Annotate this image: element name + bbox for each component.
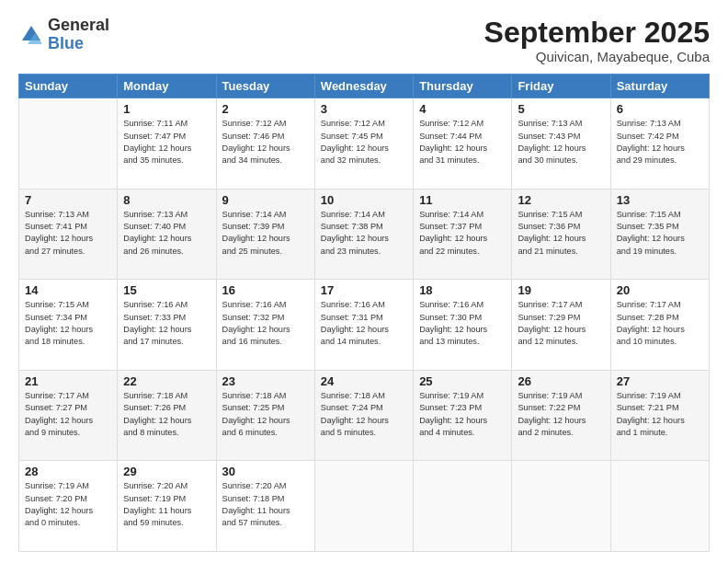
day-info: Sunrise: 7:18 AM Sunset: 7:26 PM Dayligh… xyxy=(123,390,210,439)
calendar-cell: 7Sunrise: 7:13 AM Sunset: 7:41 PM Daylig… xyxy=(19,189,118,280)
day-info: Sunrise: 7:12 AM Sunset: 7:45 PM Dayligh… xyxy=(321,118,407,167)
day-number: 18 xyxy=(419,283,506,297)
header: General Blue September 2025 Quivican, Ma… xyxy=(18,17,710,64)
day-number: 6 xyxy=(617,102,703,116)
day-number: 23 xyxy=(222,374,309,388)
day-number: 16 xyxy=(222,283,309,297)
calendar-cell: 13Sunrise: 7:15 AM Sunset: 7:35 PM Dayli… xyxy=(610,189,709,280)
calendar-cell: 10Sunrise: 7:14 AM Sunset: 7:38 PM Dayli… xyxy=(314,189,413,280)
day-info: Sunrise: 7:20 AM Sunset: 7:18 PM Dayligh… xyxy=(222,480,309,529)
weekday-header-saturday: Saturday xyxy=(610,75,709,98)
day-info: Sunrise: 7:13 AM Sunset: 7:42 PM Dayligh… xyxy=(617,118,703,167)
logo-general-text: General xyxy=(48,17,109,35)
calendar-cell: 29Sunrise: 7:20 AM Sunset: 7:19 PM Dayli… xyxy=(118,461,216,552)
calendar-cell: 14Sunrise: 7:15 AM Sunset: 7:34 PM Dayli… xyxy=(19,280,118,371)
day-info: Sunrise: 7:12 AM Sunset: 7:44 PM Dayligh… xyxy=(419,118,506,167)
day-info: Sunrise: 7:15 AM Sunset: 7:35 PM Dayligh… xyxy=(617,209,703,258)
calendar-cell: 22Sunrise: 7:18 AM Sunset: 7:26 PM Dayli… xyxy=(118,370,216,461)
day-info: Sunrise: 7:16 AM Sunset: 7:33 PM Dayligh… xyxy=(123,299,210,348)
day-info: Sunrise: 7:16 AM Sunset: 7:30 PM Dayligh… xyxy=(419,299,506,348)
day-number: 24 xyxy=(321,374,407,388)
calendar-cell xyxy=(610,461,709,552)
calendar-cell xyxy=(512,461,610,552)
day-number: 11 xyxy=(419,193,506,207)
calendar-cell: 1Sunrise: 7:11 AM Sunset: 7:47 PM Daylig… xyxy=(118,98,216,190)
day-info: Sunrise: 7:16 AM Sunset: 7:32 PM Dayligh… xyxy=(222,299,309,348)
day-info: Sunrise: 7:19 AM Sunset: 7:21 PM Dayligh… xyxy=(617,390,703,439)
calendar-cell: 15Sunrise: 7:16 AM Sunset: 7:33 PM Dayli… xyxy=(118,280,216,371)
day-number: 29 xyxy=(123,465,210,478)
calendar-cell: 8Sunrise: 7:13 AM Sunset: 7:40 PM Daylig… xyxy=(118,189,216,280)
weekday-header-tuesday: Tuesday xyxy=(216,75,314,98)
day-number: 13 xyxy=(617,193,703,207)
day-info: Sunrise: 7:15 AM Sunset: 7:36 PM Dayligh… xyxy=(518,209,604,258)
logo-blue-text: Blue xyxy=(48,35,109,53)
day-number: 21 xyxy=(25,374,111,388)
calendar-cell: 27Sunrise: 7:19 AM Sunset: 7:21 PM Dayli… xyxy=(610,370,709,461)
day-info: Sunrise: 7:13 AM Sunset: 7:41 PM Dayligh… xyxy=(25,209,111,258)
calendar-body: 1Sunrise: 7:11 AM Sunset: 7:47 PM Daylig… xyxy=(19,98,710,552)
calendar-cell: 28Sunrise: 7:19 AM Sunset: 7:20 PM Dayli… xyxy=(19,461,118,552)
day-number: 8 xyxy=(123,193,210,207)
day-number: 14 xyxy=(25,283,111,297)
day-info: Sunrise: 7:18 AM Sunset: 7:24 PM Dayligh… xyxy=(321,390,407,439)
day-info: Sunrise: 7:20 AM Sunset: 7:19 PM Dayligh… xyxy=(123,480,210,529)
day-number: 12 xyxy=(518,193,604,207)
calendar-cell: 25Sunrise: 7:19 AM Sunset: 7:23 PM Dayli… xyxy=(414,370,512,461)
day-number: 17 xyxy=(321,283,407,297)
calendar-cell: 16Sunrise: 7:16 AM Sunset: 7:32 PM Dayli… xyxy=(216,280,314,371)
day-number: 20 xyxy=(617,283,703,297)
calendar-cell: 20Sunrise: 7:17 AM Sunset: 7:28 PM Dayli… xyxy=(610,280,709,371)
weekday-header-row: SundayMondayTuesdayWednesdayThursdayFrid… xyxy=(19,75,710,98)
calendar-cell xyxy=(19,98,118,190)
title-block: September 2025 Quivican, Mayabeque, Cuba xyxy=(484,17,710,64)
day-info: Sunrise: 7:19 AM Sunset: 7:23 PM Dayligh… xyxy=(419,390,506,439)
day-info: Sunrise: 7:14 AM Sunset: 7:37 PM Dayligh… xyxy=(419,209,506,258)
day-info: Sunrise: 7:14 AM Sunset: 7:39 PM Dayligh… xyxy=(222,209,309,258)
weekday-header-thursday: Thursday xyxy=(414,75,512,98)
weekday-header-monday: Monday xyxy=(118,75,216,98)
calendar-week-row: 1Sunrise: 7:11 AM Sunset: 7:47 PM Daylig… xyxy=(19,98,710,190)
day-info: Sunrise: 7:18 AM Sunset: 7:25 PM Dayligh… xyxy=(222,390,309,439)
day-number: 25 xyxy=(419,374,506,388)
calendar-cell: 5Sunrise: 7:13 AM Sunset: 7:43 PM Daylig… xyxy=(512,98,610,190)
calendar-week-row: 21Sunrise: 7:17 AM Sunset: 7:27 PM Dayli… xyxy=(19,370,710,461)
weekday-header-sunday: Sunday xyxy=(19,75,118,98)
day-number: 26 xyxy=(518,374,604,388)
day-number: 27 xyxy=(617,374,703,388)
calendar-cell: 17Sunrise: 7:16 AM Sunset: 7:31 PM Dayli… xyxy=(314,280,413,371)
calendar-cell: 26Sunrise: 7:19 AM Sunset: 7:22 PM Dayli… xyxy=(512,370,610,461)
calendar-cell: 23Sunrise: 7:18 AM Sunset: 7:25 PM Dayli… xyxy=(216,370,314,461)
day-number: 5 xyxy=(518,102,604,116)
day-number: 2 xyxy=(222,102,309,116)
calendar-cell: 30Sunrise: 7:20 AM Sunset: 7:18 PM Dayli… xyxy=(216,461,314,552)
day-number: 30 xyxy=(222,465,309,478)
location-subtitle: Quivican, Mayabeque, Cuba xyxy=(484,49,710,64)
day-info: Sunrise: 7:14 AM Sunset: 7:38 PM Dayligh… xyxy=(321,209,407,258)
day-info: Sunrise: 7:17 AM Sunset: 7:28 PM Dayligh… xyxy=(617,299,703,348)
logo: General Blue xyxy=(18,17,109,53)
day-info: Sunrise: 7:13 AM Sunset: 7:40 PM Dayligh… xyxy=(123,209,210,258)
day-info: Sunrise: 7:12 AM Sunset: 7:46 PM Dayligh… xyxy=(222,118,309,167)
calendar-cell xyxy=(414,461,512,552)
day-info: Sunrise: 7:17 AM Sunset: 7:27 PM Dayligh… xyxy=(25,390,111,439)
day-number: 3 xyxy=(321,102,407,116)
calendar-cell: 12Sunrise: 7:15 AM Sunset: 7:36 PM Dayli… xyxy=(512,189,610,280)
day-number: 4 xyxy=(419,102,506,116)
month-title: September 2025 xyxy=(484,17,710,49)
page: General Blue September 2025 Quivican, Ma… xyxy=(0,0,728,563)
weekday-header-friday: Friday xyxy=(512,75,610,98)
calendar-cell: 4Sunrise: 7:12 AM Sunset: 7:44 PM Daylig… xyxy=(414,98,512,190)
calendar-cell xyxy=(314,461,413,552)
day-number: 7 xyxy=(25,193,111,207)
calendar-week-row: 28Sunrise: 7:19 AM Sunset: 7:20 PM Dayli… xyxy=(19,461,710,552)
calendar-cell: 3Sunrise: 7:12 AM Sunset: 7:45 PM Daylig… xyxy=(314,98,413,190)
calendar-cell: 11Sunrise: 7:14 AM Sunset: 7:37 PM Dayli… xyxy=(414,189,512,280)
calendar-cell: 19Sunrise: 7:17 AM Sunset: 7:29 PM Dayli… xyxy=(512,280,610,371)
calendar-cell: 9Sunrise: 7:14 AM Sunset: 7:39 PM Daylig… xyxy=(216,189,314,280)
calendar-week-row: 14Sunrise: 7:15 AM Sunset: 7:34 PM Dayli… xyxy=(19,280,710,371)
day-number: 15 xyxy=(123,283,210,297)
day-number: 28 xyxy=(25,465,111,478)
day-number: 9 xyxy=(222,193,309,207)
calendar-cell: 21Sunrise: 7:17 AM Sunset: 7:27 PM Dayli… xyxy=(19,370,118,461)
